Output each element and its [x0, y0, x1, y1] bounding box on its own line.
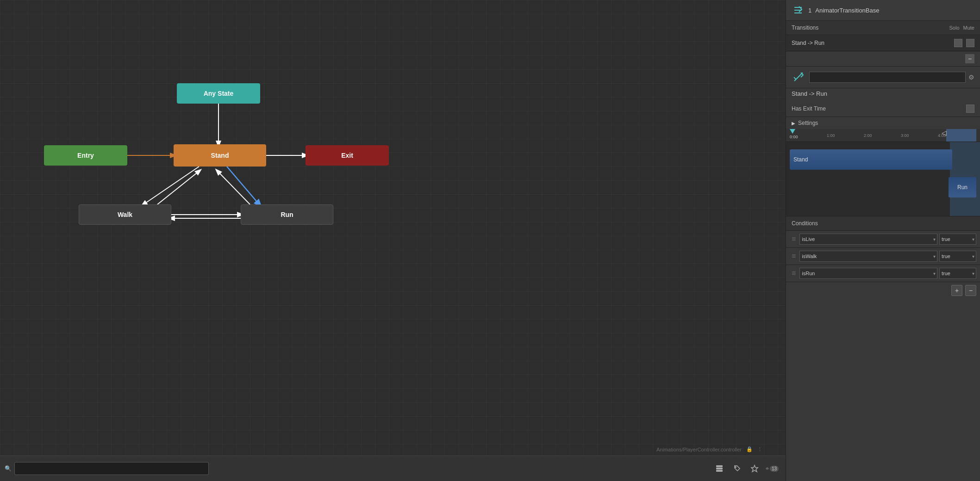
track-stand-label: Stand — [793, 156, 808, 163]
transition-name-bar: ⚙ — [809, 72, 974, 83]
node-exit[interactable]: Exit — [306, 145, 389, 166]
conditions-header: Conditions — [786, 216, 980, 231]
svg-line-4 — [157, 171, 199, 204]
right-panel: 1 AnimatorTransitionBase Transitions Sol… — [786, 0, 980, 481]
solo-label: Solo — [949, 25, 960, 31]
settings-row[interactable]: ▶ Settings — [786, 117, 980, 129]
eye-icon[interactable]: 13 — [766, 462, 779, 475]
transition-detail: ⚙ — [786, 67, 980, 88]
condition-value-select-2[interactable]: true false — [939, 268, 976, 279]
ruler-mark-3: 3:00 — [901, 133, 909, 138]
node-exit-label: Exit — [341, 152, 353, 159]
settings-triangle-icon: ▶ — [792, 121, 795, 126]
svg-rect-9 — [716, 465, 723, 467]
node-walk[interactable]: Walk — [79, 204, 171, 225]
add-condition-button[interactable]: + — [951, 285, 962, 296]
condition-value-select-1[interactable]: true false — [939, 251, 976, 262]
node-run-label: Run — [281, 211, 293, 218]
search-container: 🔍 — [0, 462, 706, 475]
more-options-icon[interactable]: ⋮ — [757, 446, 762, 452]
has-exit-time-label: Has Exit Time — [792, 105, 962, 112]
svg-line-6 — [218, 171, 250, 204]
node-stand-label: Stand — [211, 152, 229, 159]
add-remove-row: + − — [786, 282, 980, 299]
node-any-state[interactable]: Any State — [177, 83, 260, 104]
transitions-label: Transitions — [792, 25, 949, 31]
panel-header: 1 AnimatorTransitionBase — [786, 0, 980, 21]
gear-icon[interactable]: ⚙ — [968, 74, 974, 81]
file-path: Animations/PlayerController.controller — [656, 447, 742, 452]
search-input[interactable] — [14, 462, 209, 475]
transitions-section: Transitions Solo Mute Stand -> Run − — [786, 21, 980, 67]
has-exit-time-toggle[interactable] — [966, 105, 974, 113]
timeline-container: 0:00 1:00 2:00 3:00 4:00 ◁ Stand Run — [786, 129, 980, 216]
node-entry[interactable]: Entry — [44, 145, 127, 166]
svg-line-3 — [144, 166, 199, 204]
node-walk-label: Walk — [118, 211, 132, 218]
condition-param-select-1[interactable]: isWalk isLive isRun — [799, 251, 937, 262]
star-icon[interactable] — [748, 462, 761, 475]
condition-param-select-0[interactable]: isLive isWalk isRun — [799, 234, 937, 245]
transition-label: Stand -> Run — [792, 40, 950, 46]
conditions-label: Conditions — [792, 220, 818, 227]
transitions-actions: Solo Mute — [949, 25, 975, 31]
condition-row-2: ≡ isRun isLive isWalk true false — [786, 265, 980, 282]
ruler-mark-0: 0:00 — [790, 135, 798, 139]
node-any-state-label: Any State — [204, 90, 234, 97]
node-stand[interactable]: Stand — [174, 144, 266, 166]
transition-search-input[interactable] — [809, 72, 966, 83]
node-run[interactable]: Run — [241, 204, 333, 225]
track-run: Run — [949, 177, 976, 197]
panel-header-title: AnimatorTransitionBase — [815, 7, 879, 14]
transition-title: Stand -> Run — [786, 88, 980, 101]
condition-row-1: ≡ isWalk isLive isRun true false — [786, 248, 980, 265]
layers-icon[interactable] — [713, 462, 726, 475]
svg-point-14 — [767, 468, 768, 469]
remove-transition-button[interactable]: − — [965, 54, 974, 63]
tag-icon[interactable] — [730, 462, 743, 475]
svg-marker-13 — [751, 465, 758, 472]
connections-svg — [0, 0, 786, 481]
mute-toggle[interactable] — [966, 39, 974, 47]
ruler-mark-1: 1:00 — [827, 133, 835, 138]
mute-label: Mute — [963, 25, 974, 31]
drag-handle-0[interactable]: ≡ — [790, 235, 798, 243]
track-stand: Stand — [790, 149, 952, 170]
transition-row[interactable]: Stand -> Run — [786, 35, 980, 51]
solo-toggle[interactable] — [954, 39, 962, 47]
settings-label: Settings — [798, 120, 818, 126]
condition-value-select-0[interactable]: true false — [939, 234, 976, 245]
track-run-label: Run — [957, 184, 968, 191]
bottom-icons: 13 — [706, 462, 786, 475]
state-machine-canvas[interactable]: Any State Entry Stand Exit Walk Run Anim… — [0, 0, 786, 481]
search-icon: 🔍 — [5, 465, 12, 472]
remove-condition-button[interactable]: − — [965, 285, 976, 296]
svg-line-5 — [227, 166, 259, 204]
svg-point-12 — [735, 467, 736, 468]
drag-handle-1[interactable]: ≡ — [790, 252, 798, 260]
node-entry-label: Entry — [77, 152, 94, 159]
transition-detail-icon — [792, 70, 805, 84]
transitions-section-header: Transitions Solo Mute — [786, 21, 980, 35]
svg-rect-11 — [716, 470, 723, 472]
timeline-tracks: Stand Run — [786, 142, 980, 216]
drag-handle-2[interactable]: ≡ — [790, 269, 798, 278]
panel-header-count: 1 — [808, 7, 811, 14]
has-exit-time-row: Has Exit Time — [786, 101, 980, 117]
svg-rect-10 — [716, 468, 723, 469]
scrubber-handle-icon[interactable]: ◁ — [942, 129, 947, 136]
timeline-ruler: 0:00 1:00 2:00 3:00 4:00 ◁ — [786, 129, 980, 142]
bottom-bar: 🔍 — [0, 456, 786, 481]
transition-base-icon — [792, 4, 805, 17]
ruler-mark-2: 2:00 — [864, 133, 872, 138]
conditions-section: Conditions ≡ isLive isWalk isRun true fa… — [786, 216, 980, 299]
lock-icon: 🔒 — [746, 446, 753, 452]
timeline-scrubber[interactable] — [946, 129, 976, 142]
eye-badge: 13 — [770, 466, 779, 472]
condition-param-select-2[interactable]: isRun isLive isWalk — [799, 268, 937, 279]
condition-row-0: ≡ isLive isWalk isRun true false — [786, 231, 980, 248]
